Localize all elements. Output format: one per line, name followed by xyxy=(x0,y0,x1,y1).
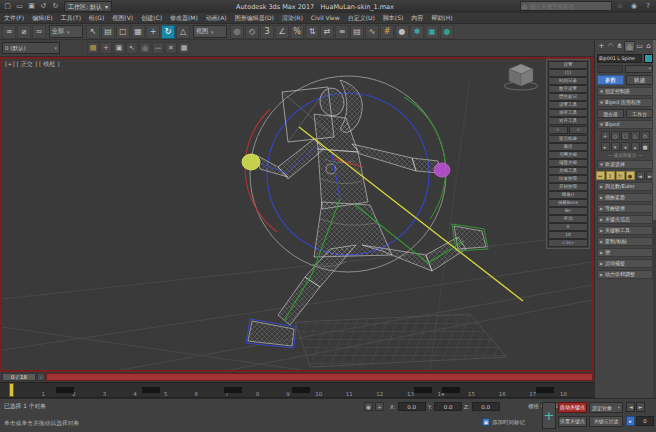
keyframe-marker[interactable] xyxy=(414,387,432,393)
rollout-biped-apps[interactable]: ▼Biped 应用程序 xyxy=(597,98,653,107)
help-icon[interactable]: ? xyxy=(642,1,654,12)
select-by-name-icon[interactable]: ▤ xyxy=(101,25,115,39)
controller-combo[interactable]: ▾ xyxy=(625,65,653,73)
curve-editor-icon[interactable]: ∿ xyxy=(365,25,379,39)
menu-item[interactable]: 创建(C) xyxy=(137,13,166,23)
convert-icon[interactable]: ▴ xyxy=(631,142,640,151)
layer-manager-icon[interactable]: ▤ xyxy=(350,25,364,39)
helper-button[interactable]: 关键工具 xyxy=(548,167,588,175)
bind-to-spacewarp-icon[interactable]: ≈ xyxy=(32,25,46,39)
layer-list-icon[interactable]: ▤ xyxy=(87,42,99,54)
helper-button[interactable]: 10 xyxy=(548,231,588,239)
favorites-icon[interactable]: ☆ xyxy=(614,1,626,12)
helper-button[interactable]: 开始快照 xyxy=(548,183,588,191)
layer-combo[interactable]: 0 (默认)▾ xyxy=(2,42,60,54)
key-filters-button[interactable]: 关键点过滤器... xyxy=(589,416,623,427)
collapsed-rollout[interactable]: ▶关键点信息 xyxy=(597,215,653,224)
render-icon[interactable]: ● xyxy=(440,25,454,39)
menu-item[interactable]: 自定义(U) xyxy=(344,13,379,23)
object-color-swatch[interactable] xyxy=(644,54,653,63)
mirror-icon[interactable]: ⇄ xyxy=(320,25,334,39)
window-crossing-icon[interactable]: ▦ xyxy=(131,25,145,39)
menu-item[interactable]: 脚本(S) xyxy=(379,13,408,23)
select-and-move-icon[interactable]: + xyxy=(146,25,160,39)
set-key-mode-button[interactable]: 设置关键点 xyxy=(558,416,587,427)
helper-button[interactable]: Bn xyxy=(548,207,588,215)
set-current-layer-icon[interactable]: ◎ xyxy=(139,42,151,54)
helper-button[interactable]: 设置 xyxy=(548,61,588,69)
collapsed-rollout[interactable]: ▶扭曲姿势 xyxy=(597,193,653,202)
biped-apps-button[interactable]: 工作台 xyxy=(626,109,653,118)
helper-arrow-button[interactable]: < xyxy=(548,126,568,134)
keyframe-marker[interactable] xyxy=(536,387,554,393)
key-mode-toggle-icon[interactable]: ▸ xyxy=(626,416,635,426)
use-pivot-center-icon[interactable]: ◎ xyxy=(230,25,244,39)
y-coordinate-field[interactable]: 0.0 xyxy=(434,402,462,411)
new-icon[interactable]: ▢ xyxy=(2,1,13,12)
menu-item[interactable]: 工具(T) xyxy=(57,13,85,23)
lock-com-icon[interactable]: ● xyxy=(626,171,635,180)
play-icon[interactable]: ► xyxy=(636,402,645,412)
set-keys-button[interactable]: + xyxy=(542,402,556,429)
helper-button[interactable]: 设置工具 xyxy=(548,101,588,109)
menu-item[interactable]: 图形编辑器(D) xyxy=(231,13,278,23)
time-slider-track[interactable] xyxy=(46,373,593,381)
helper-arrow-button[interactable]: > xyxy=(569,126,589,134)
menu-item[interactable]: Civil View xyxy=(307,13,344,23)
buffer-mode-icon[interactable]: ■ xyxy=(641,142,650,151)
tab-motion[interactable]: ◎ xyxy=(624,41,635,52)
biped-apps-button[interactable]: 混合器 xyxy=(597,109,624,118)
menu-item[interactable]: 动画(A) xyxy=(202,13,231,23)
helper-button[interactable]: 时间记录 xyxy=(548,77,588,85)
menu-item[interactable]: 渲染(R) xyxy=(278,13,307,23)
x-coordinate-field[interactable]: 0.0 xyxy=(398,402,426,411)
footstep-mode-icon[interactable]: ○ xyxy=(611,131,620,140)
keyframe-marker[interactable] xyxy=(224,387,242,393)
collapsed-rollout[interactable]: ▶动力学和调整 xyxy=(597,270,653,279)
tab-create[interactable]: + xyxy=(597,41,606,52)
assign-controller-button[interactable] xyxy=(597,65,623,73)
snaps-toggle-icon[interactable]: 3 xyxy=(260,25,274,39)
body-vertical-icon[interactable]: ↕ xyxy=(606,171,615,180)
menu-item[interactable]: 文件(F) xyxy=(0,13,28,23)
mixer-mode-icon[interactable]: △ xyxy=(631,131,640,140)
helper-button[interactable]: 惯性标记 xyxy=(548,93,588,101)
collapsed-rollout[interactable]: ▶四元数/Euler xyxy=(597,182,653,191)
auto-key-button[interactable]: 自动关键点 xyxy=(558,402,587,413)
menu-item[interactable]: 修改器(M) xyxy=(166,13,202,23)
go-to-start-icon[interactable]: ◄ xyxy=(626,402,635,412)
layer-freeze-icon[interactable]: ✕ xyxy=(165,42,177,54)
menu-item[interactable]: 组(G) xyxy=(85,13,108,23)
symmetrical-icon[interactable]: ◄ xyxy=(636,171,645,180)
time-tag[interactable]: ▣ 添加时间标记 xyxy=(482,418,525,426)
select-and-rotate-icon[interactable]: ↻ xyxy=(161,25,175,39)
right-hand-highlight[interactable] xyxy=(434,163,450,177)
menu-item[interactable]: 视图(V) xyxy=(108,13,137,23)
helper-button[interactable]: 镜像() xyxy=(548,191,588,199)
collapsed-rollout[interactable]: ▶层 xyxy=(597,248,653,257)
viewport-label[interactable]: [+] [ 正交 ] [ 线框 ] xyxy=(5,60,60,69)
helper-button[interactable]: (1) xyxy=(548,69,588,77)
move-all-mode-icon[interactable]: ◇ xyxy=(641,131,650,140)
viewport[interactable]: [+] [ 正交 ] [ 线框 ] xyxy=(0,57,594,372)
tab-display[interactable]: ▭ xyxy=(635,41,644,52)
rollout-biped[interactable]: ▼Biped xyxy=(597,120,653,129)
tab-hierarchy[interactable]: ⋔ xyxy=(615,41,624,52)
select-and-link-icon[interactable]: ∞ xyxy=(2,25,16,39)
figure-mode-icon[interactable]: + xyxy=(601,131,610,140)
helper-button[interactable]: <1s> xyxy=(548,239,588,247)
workspace-selector[interactable]: 工作区: 默认 ▾ xyxy=(64,1,112,12)
time-slider-arrow[interactable]: ‹ xyxy=(37,373,45,381)
helper-button[interactable]: 清除关键 xyxy=(548,159,588,167)
absolute-mode-icon[interactable]: + xyxy=(375,402,384,411)
open-icon[interactable]: ▭ xyxy=(14,1,25,12)
menu-item[interactable]: 编辑(E) xyxy=(28,13,56,23)
load-file-icon[interactable]: ▾ xyxy=(611,142,620,151)
helper-button[interactable]: 启用关键 xyxy=(548,151,588,159)
parameters-mode-button[interactable]: 参数 xyxy=(597,75,624,85)
object-name-field[interactable]: Bip001 L Spine xyxy=(597,54,642,63)
save-icon[interactable]: ▣ xyxy=(26,1,37,12)
selection-filter-combo[interactable]: 全部▾ xyxy=(49,25,83,38)
helper-button[interactable]: 激活 xyxy=(548,143,588,151)
tab-utilities[interactable]: ⌂ xyxy=(644,41,653,52)
